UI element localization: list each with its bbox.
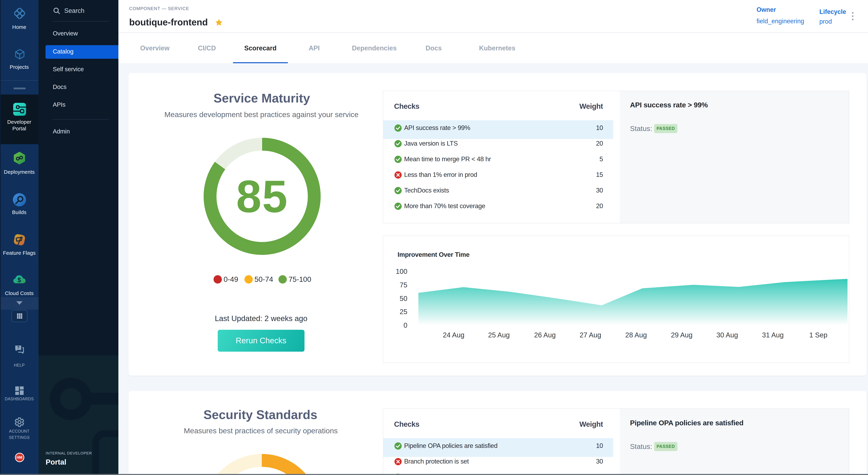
svg-text:$: $ [18,276,21,284]
svg-text:?: ? [17,345,20,350]
